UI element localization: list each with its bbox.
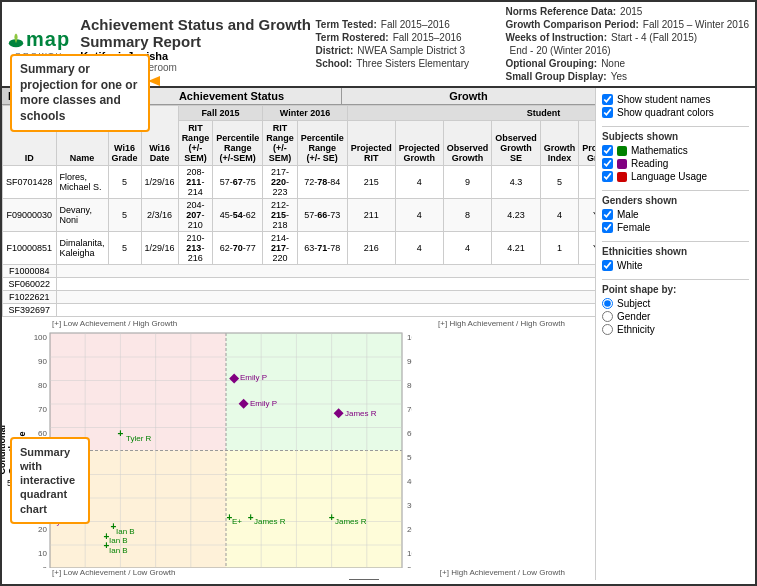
th-proj-growth: ProjectedGrowth xyxy=(395,121,443,166)
show-colors-row: Show quadrant colors xyxy=(602,107,749,118)
top-left-label: [+] Low Achievement / High Growth xyxy=(52,319,177,328)
cell-met-proj: Yes‡ xyxy=(579,199,595,232)
cell-proj-growth: 4 xyxy=(395,199,443,232)
cell-empty xyxy=(56,278,595,291)
math-label: Mathematics xyxy=(631,145,688,156)
school-value: Three Sisters Elementary xyxy=(356,58,469,69)
subjects-title: Subjects shown xyxy=(602,131,749,142)
cell-date: 1/29/16 xyxy=(141,232,178,265)
main-content: Language Usage Achievement Status Growth… xyxy=(2,88,755,580)
th-obs-growth: ObservedGrowth xyxy=(443,121,492,166)
cell-proj-rit: 216 xyxy=(347,232,395,265)
th-rit-fall: RIT Range(+/-SEM) xyxy=(178,121,213,166)
label-ian-b-2: Ian B xyxy=(109,536,128,545)
term-tested-value: Fall 2015–2016 xyxy=(381,19,450,30)
growth-period-value: Fall 2015 – Winter 2016 xyxy=(643,19,749,30)
point-tyler-r-1[interactable]: + xyxy=(118,428,124,439)
page-container: map GROWTH Achievement Status and Growth… xyxy=(0,0,757,586)
cell-rit-winter: 212-215-218 xyxy=(263,199,298,232)
divider-4 xyxy=(602,279,749,280)
weeks-value: Start - 4 (Fall 2015) xyxy=(611,32,697,43)
data-table: ID Name Wi16Grade Wi16Date Fall 2015 Win… xyxy=(2,105,595,317)
language-checkbox[interactable] xyxy=(602,171,613,182)
show-colors-label: Show quadrant colors xyxy=(617,107,714,118)
cell-pct-fall: 62-70-77 xyxy=(213,232,263,265)
th-met-proj: MetProjectedGrowth xyxy=(579,121,595,166)
label-james-r-1: James R xyxy=(345,409,377,418)
subject-radio-row: Subject xyxy=(602,298,749,309)
cell-growth-index: 5 xyxy=(540,166,579,199)
math-checkbox[interactable] xyxy=(602,145,613,156)
point-shape-section: Point shape by: Subject Gender Ethnicity xyxy=(602,284,749,335)
subjects-section: Subjects shown Mathematics Reading Langu… xyxy=(602,131,749,182)
subject-radio[interactable] xyxy=(602,298,613,309)
svg-text:60: 60 xyxy=(407,429,412,438)
gender-radio-row: Gender xyxy=(602,311,749,322)
genders-title: Genders shown xyxy=(602,195,749,206)
math-row: Mathematics xyxy=(602,145,749,156)
bottom-left-label: [+] Low Achievement / Low Growth xyxy=(52,568,175,577)
label-emily-p-2: Emily P xyxy=(250,399,277,408)
table-row: SF0701428 Flores, Michael S. 5 1/29/16 2… xyxy=(3,166,596,199)
cell-grade: 5 xyxy=(108,199,141,232)
cell-rit-winter: 214-217-220 xyxy=(263,232,298,265)
svg-text:100: 100 xyxy=(34,333,48,342)
norms-label: Norms Reference Data: xyxy=(505,6,616,17)
point-james-r-green[interactable]: + xyxy=(248,512,254,523)
subject-radio-label: Subject xyxy=(617,298,650,309)
label-james-r-green2: James R xyxy=(335,517,367,526)
reading-color-dot xyxy=(617,159,627,169)
top-labels: [+] Low Achievement / High Growth [+] Hi… xyxy=(22,319,595,328)
cell-grade: 5 xyxy=(108,166,141,199)
section-achievement-label: Achievement Status xyxy=(122,88,342,104)
cell-empty xyxy=(56,265,595,278)
table-row: F09000030 Devany, Noni 5 2/3/16 204-207-… xyxy=(3,199,596,232)
cell-pct-fall: 57-67-75 xyxy=(213,166,263,199)
cell-grade: 5 xyxy=(108,232,141,265)
district-label: District: xyxy=(315,45,353,56)
svg-text:0: 0 xyxy=(43,565,48,568)
point-james-r-green2[interactable]: + xyxy=(329,512,335,523)
label-ian-b-3: Ian B xyxy=(109,546,128,555)
small-group-label: Small Group Display: xyxy=(505,71,606,82)
show-names-checkbox[interactable] xyxy=(602,94,613,105)
divider-2 xyxy=(602,190,749,191)
show-names-label: Show student names xyxy=(617,94,710,105)
ethnicity-radio[interactable] xyxy=(602,324,613,335)
th-obs-se: ObservedGrowthSE xyxy=(492,121,541,166)
reading-row: Reading xyxy=(602,158,749,169)
female-row: Female xyxy=(602,222,749,233)
svg-text:100: 100 xyxy=(407,333,412,342)
female-label: Female xyxy=(617,222,650,233)
ethnicities-title: Ethnicities shown xyxy=(602,246,749,257)
cell-id: SF060022 xyxy=(3,278,57,291)
reading-checkbox[interactable] xyxy=(602,158,613,169)
male-checkbox[interactable] xyxy=(602,209,613,220)
white-label: White xyxy=(617,260,643,271)
small-group-value: Yes xyxy=(611,71,627,82)
show-colors-checkbox[interactable] xyxy=(602,107,613,118)
cell-rit-fall: 204-207-210 xyxy=(178,199,213,232)
cell-empty xyxy=(56,304,595,317)
table-row: F1000084 xyxy=(3,265,596,278)
gender-radio[interactable] xyxy=(602,311,613,322)
white-checkbox[interactable] xyxy=(602,260,613,271)
chart-section: ConditionalGrowthPercentile 50 [+] Low A… xyxy=(2,319,595,580)
svg-text:70: 70 xyxy=(38,405,47,414)
achievement-percentile-input[interactable] xyxy=(349,579,379,580)
cell-date: 1/29/16 xyxy=(141,166,178,199)
cell-id: F1000084 xyxy=(3,265,57,278)
ethnicities-section: Ethnicities shown White xyxy=(602,246,749,271)
cell-id: SF392697 xyxy=(3,304,57,317)
table-row: SF392697 xyxy=(3,304,596,317)
cell-pct-winter: 63-71-78 xyxy=(297,232,347,265)
cell-id: F1022621 xyxy=(3,291,57,304)
cell-growth-index: 4 xyxy=(540,199,579,232)
optional-grouping-label: Optional Grouping: xyxy=(505,58,597,69)
cell-id: F10000851 xyxy=(3,232,57,265)
norms-value: 2015 xyxy=(620,6,642,17)
female-checkbox[interactable] xyxy=(602,222,613,233)
cell-obs-se: 4.3 xyxy=(492,166,541,199)
svg-text:90: 90 xyxy=(407,357,412,366)
cell-obs-se: 4.21 xyxy=(492,232,541,265)
